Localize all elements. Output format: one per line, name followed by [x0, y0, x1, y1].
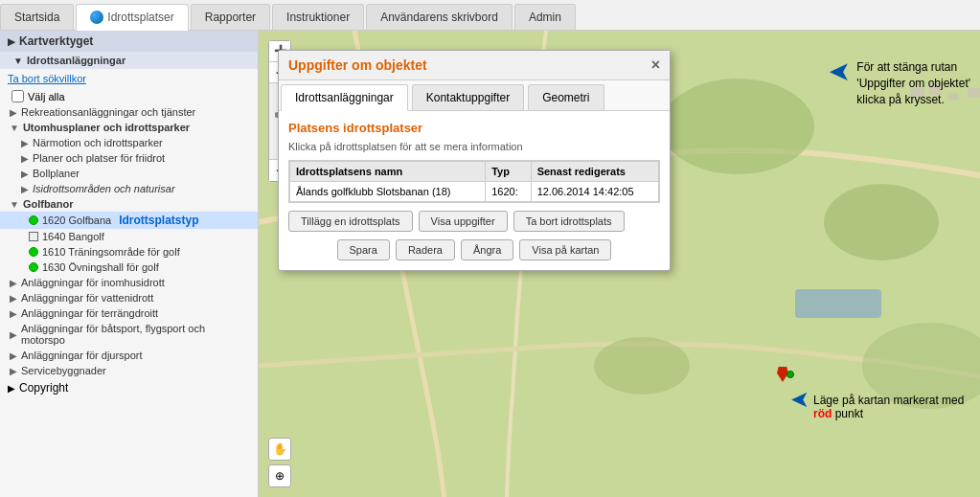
item-1640-bangolf[interactable]: 1640 Bangolf	[0, 229, 258, 244]
tab-geometri[interactable]: Geometri	[528, 84, 604, 110]
dialog-close-button[interactable]: ×	[651, 56, 660, 74]
cat-service[interactable]: ▶ Servicebyggnader	[0, 363, 258, 378]
cat-narmotion[interactable]: ▶ Närmotion och idrottsparker	[0, 135, 258, 150]
cat-inomhus[interactable]: ▶ Anläggningar för inomhusidrott	[0, 275, 258, 290]
tab-idrottsplatser[interactable]: Idrottsplatser	[76, 4, 188, 31]
dialog-tabs: Idrottsanläggningar Kontaktuppgifter Geo…	[279, 80, 670, 111]
item-1630-ovning[interactable]: 1630 Övningshall för golf	[0, 260, 258, 275]
valj-alla-checkbox[interactable]	[11, 90, 24, 102]
cat-rekreation[interactable]: ▶ Rekreationsanläggningar och tjänster	[0, 104, 258, 120]
sidebar-kartverktyget[interactable]: ▶ Kartverktyget	[0, 31, 258, 52]
cat-isidrotts[interactable]: ▶ Isidrottsområden och naturisar	[0, 181, 258, 196]
item-1620-golfbana[interactable]: 1620 Golfbana Idrottsplatstyp	[0, 212, 258, 229]
dialog-title: Uppgifter om objektet	[288, 57, 427, 73]
square-marker	[29, 232, 38, 241]
cat-terrang[interactable]: ▶ Anläggningar för terrängdroitt	[0, 305, 258, 321]
copyright-arrow: ▶	[8, 383, 15, 394]
col-type: Typ	[486, 162, 531, 182]
idrottsplatser-table: Idrottsplatsens namn Typ Senast redigera…	[289, 161, 659, 202]
dialog-header: Uppgifter om objektet ×	[279, 51, 670, 80]
idrottsplatstype-label: Idrottsplatstyp	[119, 214, 198, 227]
tab-instruktioner[interactable]: Instruktioner	[272, 4, 364, 30]
valj-alla-row[interactable]: Välj alla	[0, 88, 258, 104]
dialog-table-area[interactable]: Idrottsplatsens namn Typ Senast redigera…	[288, 160, 660, 203]
tab-anvandarens[interactable]: Användarens skrivbord	[366, 4, 513, 30]
cell-edited: 12.06.2014 14:42:05	[531, 182, 658, 202]
tab-startsida[interactable]: Startsida	[0, 4, 74, 30]
item-1610-traning[interactable]: 1610 Träningsområde för golf	[0, 244, 258, 260]
table-header-row: Idrottsplatsens namn Typ Senast redigera…	[290, 162, 659, 182]
narmotion-arrow: ▶	[21, 138, 29, 148]
golfbanor-arrow: ▼	[10, 199, 19, 210]
green-circle-marker2	[29, 247, 38, 257]
green-circle-marker3	[29, 262, 38, 272]
cat-batsport[interactable]: ▶ Anläggningar för båtsport, flygsport o…	[0, 321, 258, 348]
table-row[interactable]: Ålands golfklubb Slotsbanan (18) 1620: 1…	[290, 182, 659, 202]
spara-button[interactable]: Spara	[337, 239, 390, 260]
utomhus-arrow: ▼	[10, 123, 19, 133]
radera-button[interactable]: Radera	[396, 239, 455, 260]
tab-admin[interactable]: Admin	[514, 4, 576, 30]
dialog-action-buttons: Tillägg en idrottsplats Visa uppgifter T…	[288, 211, 660, 232]
copyright-toggle[interactable]: ▶ Copyright	[0, 378, 258, 397]
sidebar: ▶ Kartverktyget ▼ Idrottsanläggningar Ta…	[0, 31, 259, 497]
map-area[interactable]: ✛ + − ✋ ⊕ Uppgifter om objektet	[259, 31, 980, 497]
bollplaner-arrow: ▶	[21, 169, 29, 179]
globe-icon	[90, 11, 103, 24]
dialog-overlay: Uppgifter om objektet × Idrottsanläggnin…	[259, 31, 980, 497]
isidrotts-arrow: ▶	[21, 184, 29, 194]
table-wrapper: Idrottsplatsens namn Typ Senast redigera…	[289, 161, 659, 202]
top-navigation: Startsida Idrottsplatser Rapporter Instr…	[0, 0, 980, 31]
main-layout: ▶ Kartverktyget ▼ Idrottsanläggningar Ta…	[0, 31, 980, 497]
kartverktyget-arrow: ▶	[8, 36, 15, 47]
tab-kontaktuppgifter[interactable]: Kontaktuppgifter	[412, 84, 524, 110]
col-edited: Senast redigerats	[531, 162, 658, 182]
visa-pa-kartan-button[interactable]: Visa på kartan	[519, 239, 611, 260]
sidebar-idrottsanlaggningar[interactable]: ▼ Idrottsanläggningar	[0, 52, 258, 69]
object-details-dialog: Uppgifter om objektet × Idrottsanläggnin…	[278, 50, 671, 271]
tab-idrottsanlaggningar[interactable]: Idrottsanläggningar	[281, 84, 408, 111]
ta-bort-button[interactable]: Ta bort idrottsplats	[513, 211, 625, 232]
dialog-subtitle: Platsens idrottsplatser	[288, 121, 660, 135]
tab-rapporter[interactable]: Rapporter	[191, 4, 270, 30]
cell-name: Ålands golfklubb Slotsbanan (18)	[290, 182, 486, 202]
ta-bort-link[interactable]: Ta bort sökvillkor	[8, 73, 86, 84]
visa-uppgifter-button[interactable]: Visa uppgifter	[419, 211, 508, 232]
cat-vatten[interactable]: ▶ Anläggningar för vattenidrott	[0, 290, 258, 305]
idrotts-arrow: ▼	[13, 56, 23, 66]
cat-djursport[interactable]: ▶ Anläggningar för djursport	[0, 348, 258, 363]
angra-button[interactable]: Ångra	[461, 239, 513, 260]
dialog-body: Platsens idrottsplatser Klicka på idrott…	[279, 111, 670, 270]
cell-type: 1620:	[486, 182, 531, 202]
planer-arrow: ▶	[21, 153, 29, 164]
rekreation-arrow: ▶	[10, 107, 17, 118]
cat-bollplaner[interactable]: ▶ Bollplaner	[0, 166, 258, 181]
dialog-description: Klicka på idrottsplatsen för att se mera…	[288, 141, 660, 152]
cat-golfbanor[interactable]: ▼ Golfbanor	[0, 196, 258, 212]
col-name: Idrottsplatsens namn	[290, 162, 486, 182]
green-circle-marker	[29, 215, 38, 225]
cat-planer[interactable]: ▶ Planer och platser för friidrot	[0, 150, 258, 166]
add-idrottsplats-button[interactable]: Tillägg en idrottsplats	[288, 211, 413, 232]
dialog-bottom-buttons: Spara Radera Ångra Visa på kartan	[288, 239, 660, 260]
sidebar-controls: Ta bort sökvillkor	[0, 69, 258, 88]
cat-utomhus[interactable]: ▼ Utomhusplaner och idrottsparker	[0, 120, 258, 135]
